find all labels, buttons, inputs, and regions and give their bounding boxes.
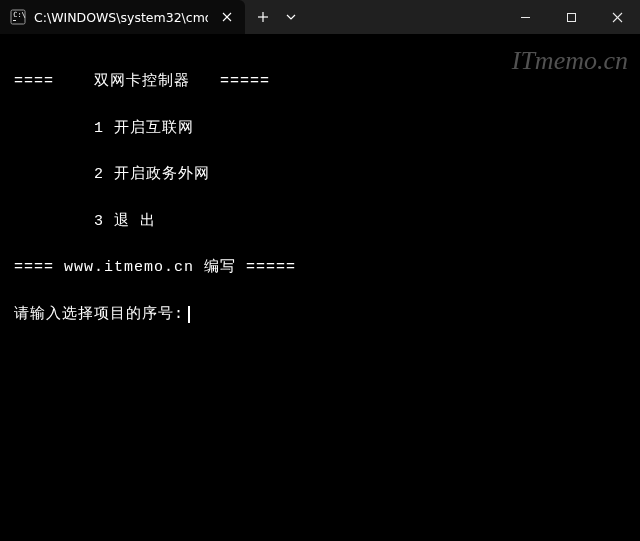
svg-rect-8 <box>567 13 575 21</box>
menu-item: 2 开启政务外网 <box>14 161 626 190</box>
titlebar: C:\ C:\WINDOWS\system32\cmd. <box>0 0 640 34</box>
tab-title: C:\WINDOWS\system32\cmd. <box>34 10 208 25</box>
minimize-button[interactable] <box>502 0 548 34</box>
tab-actions <box>245 0 305 34</box>
cmd-icon: C:\ <box>10 9 26 25</box>
menu-item: 3 退 出 <box>14 208 626 237</box>
new-tab-button[interactable] <box>249 3 277 31</box>
console-footer: ==== www.itmemo.cn 编写 ===== <box>14 254 626 283</box>
close-tab-button[interactable] <box>216 6 237 28</box>
console-header: ==== 双网卡控制器 ===== <box>14 68 626 97</box>
tab-dropdown-button[interactable] <box>277 3 305 31</box>
prompt-text: 请输入选择项目的序号: <box>14 301 184 330</box>
menu-item: 1 开启互联网 <box>14 115 626 144</box>
titlebar-drag-area[interactable] <box>305 0 502 34</box>
text-cursor <box>188 306 190 323</box>
terminal-tab[interactable]: C:\ C:\WINDOWS\system32\cmd. <box>0 0 245 34</box>
window-controls <box>502 0 640 34</box>
close-window-button[interactable] <box>594 0 640 34</box>
terminal-body[interactable]: ITmemo.cn ==== 双网卡控制器 ===== 1 开启互联网 2 开启… <box>0 34 640 541</box>
prompt-line: 请输入选择项目的序号: <box>14 301 626 330</box>
maximize-button[interactable] <box>548 0 594 34</box>
svg-text:C:\: C:\ <box>13 11 26 19</box>
